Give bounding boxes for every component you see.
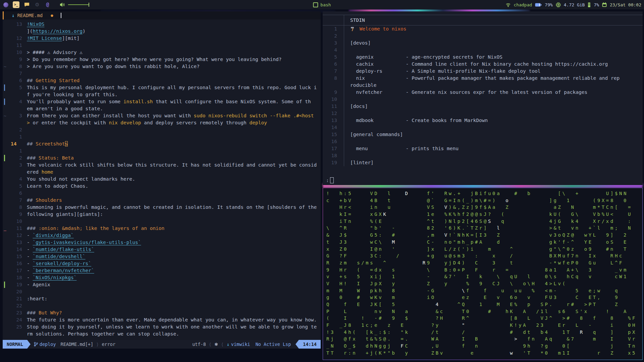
text-segment: But Why?: [39, 310, 62, 315]
wiki-link[interactable]: !MIT License: [27, 36, 62, 41]
wiki-link[interactable]: `gytis-ivaskevicius/flake-utils-plus`: [33, 240, 141, 245]
line-text: mdbook - Create books from MarkDown: [344, 117, 488, 124]
pager-line: 3[devos]: [323, 40, 643, 47]
chevron-right-icon: ⟩: [97, 342, 98, 347]
pager-command-prompt[interactable]: :: [326, 177, 334, 183]
wiki-link[interactable]: `berberman/nvfetcher`: [33, 268, 94, 273]
matrix-rain-row: & J$ G5: # ,m V!`NhK=[I3 Z v3oQZ@ wYL 9]…: [326, 232, 639, 239]
text-segment: mdbook - Create books from MarkDown: [350, 117, 488, 124]
focused-window-title: bash: [313, 2, 331, 7]
line-number: 4: [323, 47, 344, 54]
wiki-link[interactable]: `numtide/flake-utils`: [33, 247, 94, 252]
wiki-link[interactable]: !NixOS: [27, 21, 44, 27]
firefox-workspace-icon[interactable]: [3, 2, 8, 7]
line-number: 11: [7, 42, 27, 49]
text-segment: install.sh: [123, 99, 153, 104]
editor-line: 6## Getting Started: [3, 77, 321, 84]
text-segment: ][mit]: [62, 36, 79, 41]
gutter-sign: [3, 267, 7, 274]
gutter-sign: [3, 105, 7, 112]
cpu-percent: 7%: [594, 2, 599, 7]
matrix-rain-row: G ?F 3C: / +g u@sm3 : x / BXMuf7n Ix RHc: [326, 252, 639, 259]
text-segment: -: [27, 261, 33, 266]
text-segment: The volcanic rock still shifts below thi…: [27, 162, 317, 168]
gutter-sign: [3, 246, 7, 253]
line-text: [344, 110, 350, 117]
line-number: 8: [7, 204, 27, 211]
editor-line: 12!MIT License][mit]: [3, 35, 321, 42]
matrix-rain-row: Rj @fx t&%S@. =. WA I B > fn Aq &7 m I V…: [326, 336, 639, 343]
mail-workspace-icon[interactable]: @: [45, 2, 51, 8]
line-text: menu - prints this menu: [344, 145, 459, 152]
editor-line: 1: [3, 133, 321, 140]
line-text: nix - Powerful package manager that make…: [344, 75, 620, 82]
line-number: 3: [7, 112, 27, 119]
editor-line: 10: [3, 218, 321, 225]
line-text: ### :onion: &mdash; like the layers of a…: [27, 225, 164, 232]
terminal-glyph: >_: [14, 3, 18, 6]
line-text: following giants][giants]:: [27, 211, 103, 218]
settings-workspace-icon[interactable]: ⚙: [34, 2, 40, 8]
pager-line: 15[general commands]: [323, 131, 643, 138]
line-number: 1: [323, 25, 344, 33]
gutter-sign: [3, 133, 7, 140]
wiki-link[interactable]: `serokell/deploy-rs`: [33, 261, 91, 266]
gutter-sign: [3, 42, 7, 49]
line-text: deploy-rs - A Simple multi-profile Nix-f…: [344, 68, 540, 75]
editor-line: 5Learn to adopt Chaos.: [3, 183, 321, 190]
pager-terminal-window[interactable]: STDIN 1 Welcome to nixos23[devos]45 agen…: [323, 11, 643, 185]
pager-line: 4: [323, 47, 643, 54]
volume-control[interactable]: [60, 2, 89, 7]
speaker-icon: [60, 2, 65, 7]
text-segment: home: [42, 169, 53, 175]
pager-line: 7 deploy-rs - A Simple multi-profile Nix…: [323, 68, 643, 75]
editor-line: 1: [3, 147, 321, 155]
text-segment: nix develop: [109, 120, 141, 125]
line-text: You'll probably want to run some install…: [27, 98, 311, 105]
line-text: [344, 138, 350, 145]
chat-workspace-icon[interactable]: [24, 2, 30, 8]
editor-buffer[interactable]: 13!NixOS](https://nixos.org)12!MIT Licen…: [3, 19, 321, 340]
wiki-link[interactable]: https://nixos.org: [33, 28, 82, 34]
matrix-rain-row: kI= xGXK 1e %K%hf2@@sJ? ( kU( G\ Vb%U< U: [326, 211, 639, 218]
volume-slider-handle[interactable]: [89, 3, 89, 7]
text-segment: -: [27, 254, 33, 259]
winbar-caret: [61, 13, 61, 18]
wiki-link[interactable]: `divnix/digga`: [33, 233, 73, 238]
text-segment: [docs]: [350, 103, 368, 110]
matrix-rain-row: 9 Hr ( =dx s \ B:0+P F r = 8a1 A+\ 3 _vm: [326, 266, 639, 274]
network-name: chadpad: [514, 2, 532, 7]
volume-slider[interactable]: [68, 4, 89, 5]
neovim-editor-window[interactable]: ↓ README.md ● 13!NixOS](https://nixos.or…: [3, 11, 321, 349]
text-segment: ###: [27, 310, 39, 315]
text-segment: -: [27, 240, 33, 245]
line-number: 9: [7, 211, 27, 218]
text-segment: -: [27, 247, 33, 252]
editor-line: 20: [3, 288, 321, 295]
line-text: - `divnix/digga`: [27, 232, 74, 239]
at-sign-icon: @: [46, 2, 49, 8]
text-segment: and deploy servers remotely through: [141, 120, 249, 125]
line-text: - Agenix: [27, 281, 50, 288]
line-number: 22: [7, 302, 27, 309]
matrix-rain-row: g 0 # wKv m iO ez E v 6o v FU3 C ET, 9: [326, 294, 639, 301]
line-text: [344, 33, 350, 40]
cmatrix-terminal-window[interactable]: ! h:5 VD l D f' Rw.+ jBifu0a # b [\ + U]…: [323, 188, 643, 360]
wiki-link[interactable]: `numtide/devshell`: [33, 254, 85, 259]
terminal-workspace-icon-active[interactable]: >_: [13, 1, 19, 8]
lsp-status: No Active Lsp: [256, 342, 291, 347]
matrix-rain-row: x Z0 I@n ' ]x L/z(')i m ^ g"\^0z o9 #n T: [326, 246, 639, 253]
editor-line: 8Summoning is powerful magic, and cannot…: [3, 204, 321, 211]
gutter-sign: [3, 253, 7, 260]
line-number: 1: [7, 147, 27, 155]
line-number: 20: [7, 288, 27, 295]
gutter-sign: [3, 260, 7, 267]
text-segment: > Do you remember how you got here? Wher…: [27, 57, 282, 62]
editor-line: 13!NixOS: [3, 21, 321, 28]
line-text: ered home: [27, 169, 53, 176]
wiki-link[interactable]: `NixOS/nixpkgs`: [33, 275, 76, 280]
gutter-sign: [3, 302, 7, 309]
editor-filename[interactable]: README.md: [17, 13, 43, 18]
pager-line: 6 cachix - Command line client for Nix b…: [323, 61, 643, 68]
line-text: - `berberman/nvfetcher`: [27, 267, 94, 274]
